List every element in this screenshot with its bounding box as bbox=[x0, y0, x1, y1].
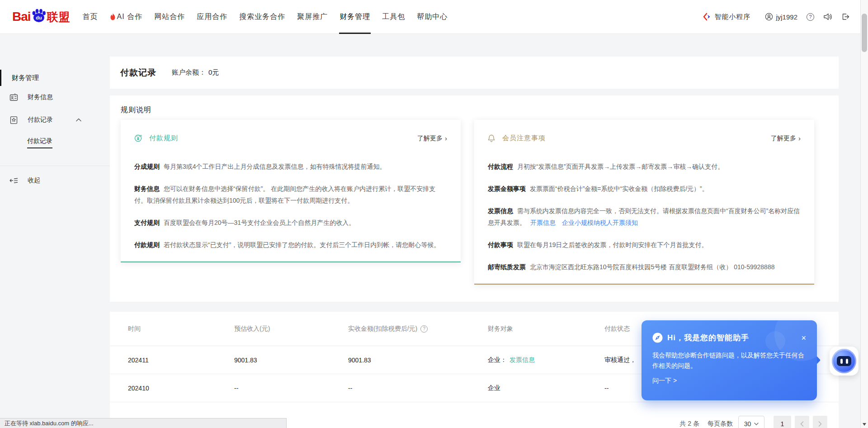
rule-item: 发票金额事项发票票面“价税合计”金额=系统中“实收金额（扣除税费后/元）”。 bbox=[488, 183, 801, 195]
per-page-label: 每页条数 bbox=[708, 420, 733, 428]
page-number-button[interactable]: 1 bbox=[774, 416, 791, 428]
id-card-icon bbox=[9, 93, 18, 102]
logo-text-bai: Bai bbox=[12, 10, 31, 24]
per-page-select[interactable]: 30 bbox=[738, 416, 764, 428]
rule-item: 邮寄纸质发票北京市海淀区西北旺东路10号院百度科技园5号楼 百度联盟财务组（收）… bbox=[488, 261, 801, 273]
top-nav: Bai du 联盟 首页 AI 合作 网站合作 应用合作 搜索业务合作 bbox=[0, 0, 868, 34]
scroll-down-arrow-icon[interactable] bbox=[863, 423, 866, 426]
close-icon[interactable]: × bbox=[801, 334, 806, 342]
card-title: 会员注意事项 bbox=[502, 134, 546, 143]
rules-title: 规则说明 bbox=[121, 105, 814, 115]
invoice-info-link[interactable]: 开票信息 bbox=[530, 219, 556, 226]
chevron-down-icon bbox=[754, 423, 759, 425]
smart-program-label: 智能小程序 bbox=[714, 13, 750, 21]
yen-coin-icon bbox=[134, 134, 142, 142]
col-header-time: 时间 bbox=[128, 325, 234, 333]
rules-cards: 付款规则 了解更多 › 分成规则每月第3或4个工作日产出上月分成信息及发票信息，… bbox=[121, 120, 814, 285]
nav-right: 智能小程序 jyj1992 ? bbox=[703, 13, 850, 21]
rule-item: 财务信息您可以在财务信息中选择“保留付款”。 在此期间您产生的收入将在账户内进行… bbox=[134, 183, 447, 206]
nav-item-toolkit[interactable]: 工具包 bbox=[376, 0, 411, 34]
compass-icon bbox=[652, 333, 663, 343]
sidebar: 财务管理 财务信息 付款记录 付款记录 bbox=[0, 34, 110, 428]
card-body: 分成规则每月第3或4个工作日产出上月分成信息及发票信息，如有特殊情况将提前通知。… bbox=[134, 161, 447, 251]
baidu-union-logo[interactable]: Bai du 联盟 bbox=[12, 9, 71, 24]
cell-estimated: 9001.83 bbox=[234, 357, 348, 364]
cell-time: 202411 bbox=[128, 357, 234, 364]
learn-more-link[interactable]: 了解更多 › bbox=[417, 134, 447, 143]
card-header: 付款规则 了解更多 › bbox=[134, 134, 447, 143]
info-icon[interactable]: ? bbox=[420, 325, 428, 333]
page-title: 付款记录 bbox=[120, 67, 156, 79]
user-account[interactable]: jyj1992 bbox=[765, 13, 797, 21]
next-page-button[interactable] bbox=[813, 416, 827, 428]
nav-item-home[interactable]: 首页 bbox=[77, 0, 104, 34]
nav-item-finance[interactable]: 财务管理 bbox=[334, 0, 376, 34]
baidu-paw-icon: du bbox=[31, 8, 47, 24]
chevron-right-icon: › bbox=[798, 134, 801, 142]
nav-item-app[interactable]: 应用合作 bbox=[191, 0, 233, 34]
scrollbar[interactable] bbox=[860, 0, 868, 428]
cell-estimated: -- bbox=[234, 385, 348, 392]
balance-value: 0元 bbox=[208, 68, 219, 77]
rule-item: 发票信息需与系统内发票信息内容完全一致，否则无法支付。请根据发票信息页面中“百度… bbox=[488, 205, 801, 228]
chevron-right-icon: › bbox=[445, 134, 447, 142]
col-header-estimated: 预估收入(元) bbox=[234, 325, 348, 333]
announcement-button[interactable] bbox=[823, 13, 832, 21]
nav-item-search-business[interactable]: 搜索业务合作 bbox=[233, 0, 291, 34]
balance-label: 账户余额： bbox=[172, 68, 206, 77]
rule-item: 付款规则若付款状态显示“已支付”，说明联盟已安排了您的付款。支付后三个工作日内到… bbox=[134, 239, 447, 251]
learn-more-link[interactable]: 了解更多 › bbox=[771, 134, 801, 143]
card-body: 付款流程月初按“发票信息”页面开具发票→上传发票→邮寄发票→审核→确认支付。 发… bbox=[488, 161, 801, 273]
assistant-title: Hi，我是您的智能助手 bbox=[667, 333, 749, 343]
small-taxpayer-guide-link[interactable]: 企业小规模纳税人开票须知 bbox=[562, 219, 638, 226]
sidebar-divider bbox=[0, 166, 110, 166]
user-icon bbox=[765, 13, 773, 21]
cell-actual: 9001.83 bbox=[348, 357, 488, 364]
cell-time: 202410 bbox=[128, 385, 234, 392]
chevron-up-icon bbox=[76, 118, 81, 122]
sidebar-item-payment-records[interactable]: 付款记录 bbox=[0, 109, 110, 131]
chevron-right-icon bbox=[818, 421, 822, 427]
main-menu: 首页 AI 合作 网站合作 应用合作 搜索业务合作 聚屏推广 财务管理 工具包 … bbox=[77, 0, 454, 34]
nav-item-help-center[interactable]: 帮助中心 bbox=[411, 0, 453, 34]
scrollbar-thumb[interactable] bbox=[862, 14, 867, 52]
member-notes-card: 会员注意事项 了解更多 › 付款流程月初按“发票信息”页面开具发票→上传发票→邮… bbox=[474, 120, 814, 285]
badge-star-icon bbox=[9, 116, 18, 124]
sidebar-subitem-payment-records[interactable]: 付款记录 bbox=[0, 131, 110, 154]
invoice-info-link[interactable]: 发票信息 bbox=[509, 356, 535, 364]
help-button[interactable]: ? bbox=[807, 13, 814, 21]
sidebar-item-label: 付款记录 bbox=[28, 116, 53, 124]
prev-page-button[interactable] bbox=[795, 416, 809, 428]
sidebar-collapse-button[interactable]: 收起 bbox=[0, 169, 110, 192]
browser-status-bar: 正在等待 xlab.baidu.com 的响应... bbox=[0, 418, 287, 428]
pagination: 共 2 条 每页条数 30 1 bbox=[679, 416, 827, 428]
nav-item-website[interactable]: 网站合作 bbox=[148, 0, 191, 34]
rule-item: 支付规则百度联盟会在每月20号—31号支付企业会员上个自然月产生的收入。 bbox=[134, 217, 447, 228]
cell-actual: -- bbox=[348, 385, 488, 392]
logout-button[interactable] bbox=[841, 13, 850, 21]
smart-mini-program[interactable]: 智能小程序 bbox=[703, 13, 750, 21]
logout-icon bbox=[841, 13, 850, 21]
rules-panel: 规则说明 付款规则 了解更多 › bbox=[110, 95, 839, 302]
sidebar-item-finance-info[interactable]: 财务信息 bbox=[0, 86, 110, 109]
help-icon: ? bbox=[807, 13, 814, 21]
card-header: 会员注意事项 了解更多 › bbox=[488, 134, 801, 143]
screen: Bai du 联盟 首页 AI 合作 网站合作 应用合作 搜索业务合作 bbox=[0, 0, 868, 428]
assistant-header: Hi，我是您的智能助手 × bbox=[652, 333, 806, 343]
flame-icon bbox=[110, 13, 116, 20]
logo-text-du: du bbox=[36, 15, 42, 20]
cell-finance-object: 企业： 发票信息 bbox=[488, 356, 604, 364]
assistant-fab[interactable] bbox=[830, 347, 859, 376]
bell-icon bbox=[488, 134, 495, 143]
speaker-icon bbox=[823, 13, 832, 21]
nav-item-ai[interactable]: AI 合作 bbox=[104, 0, 149, 34]
username: jyj1992 bbox=[776, 13, 797, 21]
page-header: 付款记录 账户余额： 0元 bbox=[110, 57, 839, 89]
sidebar-section-finance[interactable]: 财务管理 bbox=[0, 70, 110, 86]
nav-item-screen-promo[interactable]: 聚屏推广 bbox=[291, 0, 334, 34]
assistant-popup: Hi，我是您的智能助手 × 我会帮助您诊断合作链路问题，以及解答您关于任何合作相… bbox=[642, 320, 817, 400]
assistant-ask-link[interactable]: 问一下 > bbox=[652, 377, 806, 385]
smart-program-icon bbox=[703, 13, 711, 21]
rule-item: 分成规则每月第3或4个工作日产出上月分成信息及发票信息，如有特殊情况将提前通知。 bbox=[134, 161, 447, 172]
sidebar-item-label: 财务信息 bbox=[28, 93, 53, 101]
